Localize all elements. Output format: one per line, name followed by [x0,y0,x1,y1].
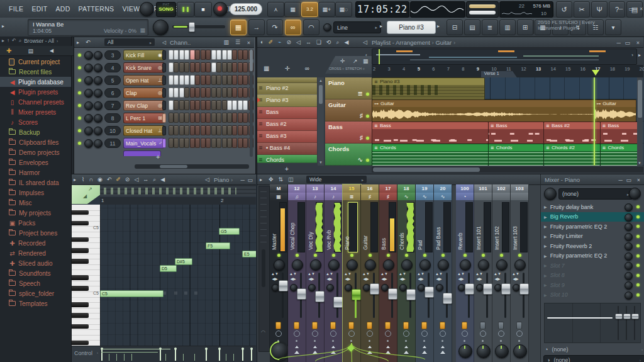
black-key[interactable] [72,324,89,329]
foot-tri-1[interactable] [423,346,426,348]
pr-corner[interactable]: ↗ ◢ [72,185,100,204]
main-volume-knob[interactable] [140,2,154,16]
foot-tri-2[interactable] [404,351,409,354]
step-15[interactable] [243,113,248,123]
piano-roll-button[interactable]: ▤ [464,20,480,35]
step-12[interactable] [227,88,232,98]
slot-mix-knob[interactable] [625,281,633,290]
browser-item-recorded[interactable]: ✚Recorded [0,238,71,248]
collapse-arrow-icon[interactable]: ▸ [2,23,4,29]
record-button[interactable] [213,2,228,16]
stretch-icon[interactable]: ↔ [143,176,148,183]
strip-led[interactable] [518,254,521,257]
strip-clock-icon[interactable] [330,331,336,337]
clip-chords-3[interactable]: ≣Chords [600,144,639,166]
slot-arrow-icon[interactable]: ▶ [544,215,547,219]
step-8[interactable] [206,50,211,60]
channel-number[interactable]: 11 [104,139,121,148]
note-c5[interactable]: C5 [100,290,164,297]
browser-item-envelopes[interactable]: Envelopes [0,157,71,167]
strip-led[interactable] [332,254,335,257]
step-2[interactable] [174,125,179,135]
strip-clock-icon[interactable] [385,331,391,337]
mixer-tool-icon-1[interactable]: ⇅ [279,176,284,183]
step-3[interactable] [179,125,184,135]
strip-number[interactable]: 17 [379,184,397,193]
slot-arrow-icon[interactable]: ▶ [544,234,547,239]
strip-fx-toggle[interactable] [498,322,504,329]
browser-button[interactable]: ⊞ [517,20,533,35]
foot-knob[interactable] [513,344,527,358]
step-2[interactable] [174,138,179,148]
browser-header-icon-1[interactable]: ↑ [7,38,9,44]
strip-fx-toggle[interactable] [385,322,391,329]
strip-led[interactable] [314,254,317,257]
strip-fx-toggle[interactable] [421,322,427,329]
pl-close[interactable]: × [636,40,640,46]
step-14[interactable] [238,100,243,110]
channel-number[interactable]: 5 [104,76,121,85]
step-5[interactable] [190,100,195,110]
step-10[interactable] [216,50,221,60]
strip-fader[interactable] [483,283,492,295]
playlist-hscrollbar[interactable] [372,167,643,173]
step-11[interactable] [222,62,227,72]
step-9[interactable] [211,50,216,60]
velocity-stick[interactable] [242,349,243,361]
fx-input-knob[interactable] [544,188,557,200]
browser-item-my-projects[interactable]: My projects [0,208,71,218]
mute-tool-icon[interactable]: ⊘ [286,39,291,45]
strip-clock-icon[interactable] [480,331,486,337]
black-key[interactable] [72,259,89,264]
strip-sep-arrows[interactable]: ▲▼◀▶ [457,271,465,282]
slot-arrow-icon[interactable]: ▶ [544,273,547,278]
foot-tri-1[interactable] [386,346,390,348]
step-5[interactable] [190,50,195,60]
step-edit-button[interactable]: → [248,20,265,35]
step-3[interactable] [179,62,184,72]
clip-bass-2[interactable]: ≣Bass #2 [543,122,600,144]
browser-header-icon-0[interactable]: ▸ [2,38,4,44]
browser-item-mixer-presets[interactable]: ⫼Mixer presets [0,107,71,117]
track-header-chords[interactable]: Chords∿ [325,144,372,166]
automation-icon[interactable]: ↗ [353,58,358,64]
foot-knob[interactable] [495,344,509,358]
rack-close-button[interactable]: × [247,40,250,46]
mic-record-button[interactable]: Ψ [591,1,608,18]
strip-pan-knob[interactable] [496,259,508,271]
foot-tri-2[interactable] [331,351,336,354]
track-led[interactable] [366,115,369,118]
browser-item-demo-projects[interactable]: Demo projects [0,147,71,157]
mixer-strip-insert-102[interactable]: 102Insert 102▲▼◀▶ [492,184,511,362]
step-15[interactable] [243,125,248,135]
channel-number[interactable]: 3 [104,50,121,60]
cut-button[interactable]: ✂ [574,1,590,18]
strip-fader[interactable] [465,283,474,295]
playlist-crumb[interactable]: Guitar [435,39,452,46]
step-3[interactable] [179,88,184,98]
strip-clock-icon[interactable] [294,331,300,337]
browser-item-speech[interactable]: Speech [0,278,71,288]
velocity-stick-minor[interactable] [183,354,184,361]
step-9[interactable] [211,113,216,123]
pattern-item--bass-4[interactable]: • Bass #4≣ [257,143,317,155]
channel-button[interactable]: Kick Snare◎ [123,62,165,73]
slot-enable-led[interactable] [636,205,640,208]
slot-enable-led[interactable] [636,283,640,286]
velocity-stick[interactable] [219,349,220,361]
step-14[interactable] [238,113,243,123]
step-7[interactable] [201,100,206,110]
foot-tri-2[interactable] [313,351,318,354]
channel-button[interactable]: Main_Vocals♂ [123,138,165,149]
foot-tri-1[interactable] [313,346,317,348]
slot-arrow-icon[interactable]: ▶ [544,254,547,258]
foot-tri-2[interactable] [386,351,391,354]
step-12[interactable] [227,125,232,135]
rack-filter-selector[interactable]: All ▸ [104,38,155,46]
top-hat-button[interactable]: ◠ [303,20,319,35]
draw-icon[interactable]: ✐ [116,176,121,183]
strip-fader[interactable] [425,286,434,298]
pattern-selector[interactable]: Piano #3 [387,21,436,34]
strip-fx-toggle[interactable] [440,322,445,329]
search-icon[interactable]: ⌕ [336,39,340,46]
